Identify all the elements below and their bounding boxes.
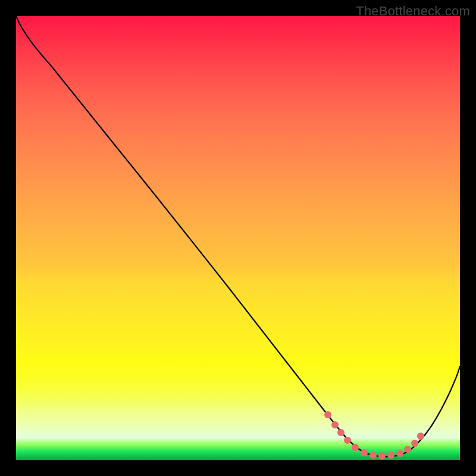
red-marker-group [324, 411, 424, 459]
chart-svg [16, 16, 460, 460]
red-marker [411, 440, 418, 447]
red-marker [352, 444, 359, 451]
red-marker [361, 449, 368, 456]
red-marker [417, 433, 424, 440]
red-marker [324, 411, 331, 418]
red-marker [369, 452, 377, 459]
red-marker [378, 452, 386, 459]
red-marker [387, 452, 394, 459]
chart-plot-area [16, 16, 460, 460]
watermark-text: TheBottleneck.com [356, 4, 470, 19]
red-marker [344, 437, 351, 444]
red-marker [331, 421, 339, 428]
red-marker [404, 446, 411, 453]
red-marker [396, 450, 403, 457]
red-marker [337, 429, 345, 436]
bottleneck-curve [16, 16, 460, 456]
